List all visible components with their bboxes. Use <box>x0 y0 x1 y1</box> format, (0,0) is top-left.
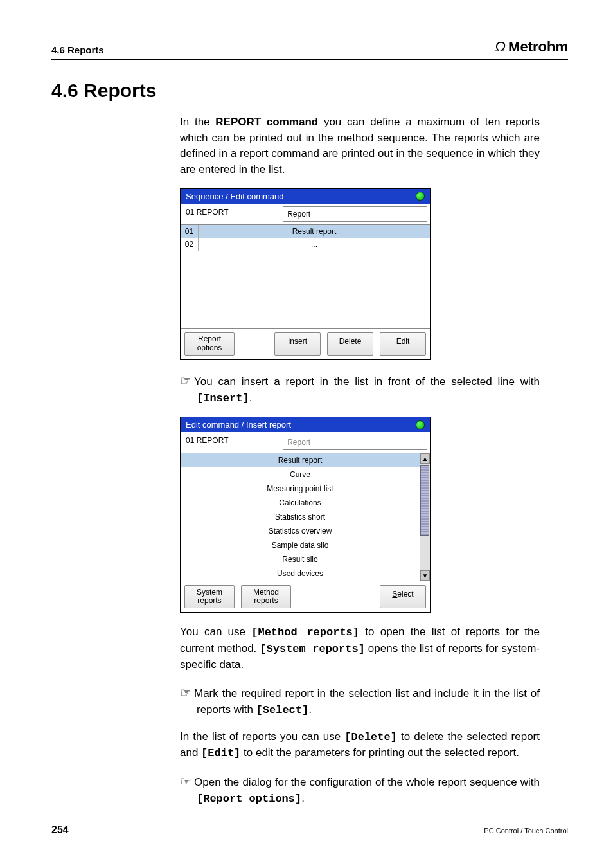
status-dot-icon <box>416 420 425 429</box>
running-head-section: 4.6 Reports <box>51 44 104 55</box>
row-number: 01 <box>181 225 199 238</box>
pointing-hand-icon: ☞ <box>180 374 191 388</box>
report-options-button[interactable]: Reportoptions <box>184 332 235 356</box>
dialog-title: Sequence / Edit command <box>186 192 283 201</box>
scroll-thumb[interactable] <box>420 465 429 536</box>
list-item[interactable]: Measuring point list <box>181 482 420 496</box>
command-id-label: 01 REPORT <box>181 432 280 453</box>
edit-button[interactable]: Edit <box>380 332 426 356</box>
method-reports-button[interactable]: Methodreports <box>241 585 291 608</box>
list-item[interactable]: Curve <box>181 467 420 482</box>
system-reports-button[interactable]: Systemreports <box>184 585 235 608</box>
delete-button[interactable]: Delete <box>327 332 373 356</box>
dialog-titlebar: Edit command / Insert report <box>181 417 430 432</box>
pointing-hand-icon: ☞ <box>180 685 191 700</box>
brand-text: Metrohm <box>508 39 568 55</box>
section-heading: 4.6 Reports <box>51 80 568 102</box>
insert-button[interactable]: Insert <box>274 332 321 356</box>
header-rule <box>51 59 568 60</box>
dialog-title: Edit command / Insert report <box>186 420 291 429</box>
report-type-list[interactable]: Result report Curve Measuring point list… <box>181 453 430 581</box>
tip-select: ☞Mark the required report in the selecti… <box>180 683 540 719</box>
report-list[interactable]: 01 Result report 02 ... <box>181 225 430 251</box>
report-name-field[interactable]: Report <box>283 206 427 222</box>
report-name-field-disabled: Report <box>283 435 427 450</box>
scroll-up-icon[interactable]: ▲ <box>420 453 430 464</box>
list-item[interactable]: Result report <box>181 453 420 467</box>
list-item[interactable]: Statistics short <box>181 510 420 524</box>
insert-report-dialog: Edit command / Insert report 01 REPORT R… <box>180 417 431 613</box>
scrollbar[interactable]: ▲ ▼ <box>420 453 430 581</box>
dialog-titlebar: Sequence / Edit command <box>181 189 430 204</box>
status-dot-icon <box>416 192 425 201</box>
brand-omega-icon: Ω <box>495 39 506 55</box>
scroll-down-icon[interactable]: ▼ <box>420 570 430 581</box>
list-item[interactable]: Sample data silo <box>181 538 420 552</box>
footer-right: PC Control / Touch Control <box>484 827 568 835</box>
row-number: 02 <box>181 238 199 251</box>
brand-logo: Ω Metrohm <box>495 39 568 55</box>
row-label: Result report <box>199 225 430 238</box>
pointing-hand-icon: ☞ <box>180 774 191 788</box>
delete-edit-paragraph: In the list of reports you can use [Dele… <box>180 729 540 762</box>
list-item[interactable]: Calculations <box>181 496 420 510</box>
page-number: 254 <box>51 824 69 836</box>
tip-insert: ☞You can insert a report in the list in … <box>180 372 540 407</box>
select-button[interactable]: Select <box>380 585 426 608</box>
list-item[interactable]: Statistics overview <box>181 524 420 538</box>
tip-report-options: ☞Open the dialog for the configuration o… <box>180 772 540 808</box>
list-item[interactable]: Used devices <box>181 566 420 581</box>
row-label: ... <box>199 238 430 251</box>
sequence-edit-dialog: Sequence / Edit command 01 REPORT Report… <box>180 188 431 360</box>
list-row[interactable]: 01 Result report <box>181 225 430 238</box>
intro-paragraph: In the REPORT command you can define a m… <box>180 114 540 178</box>
command-id-label: 01 REPORT <box>181 204 280 224</box>
list-row[interactable]: 02 ... <box>181 238 430 251</box>
list-item[interactable]: Result silo <box>181 552 420 566</box>
method-system-paragraph: You can use [Method reports] to open the… <box>180 624 540 673</box>
